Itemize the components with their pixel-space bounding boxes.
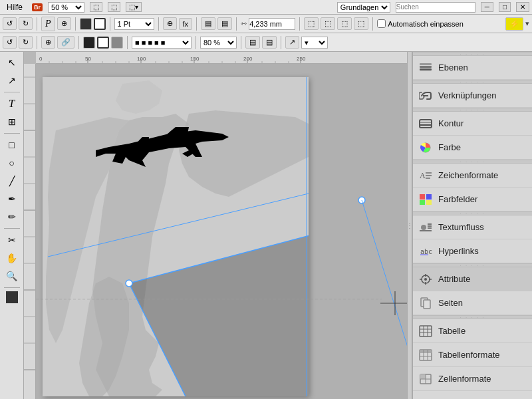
br-badge[interactable]: Br (32, 3, 43, 11)
panel-item-verknuepfungen[interactable]: Verknüpfungen (413, 84, 532, 108)
measure-input[interactable] (249, 18, 295, 30)
zoom-tool[interactable]: ⊕ (163, 17, 177, 30)
panel-item-farbe[interactable]: Farbe (413, 136, 532, 160)
text-align-r[interactable]: ▤ (262, 36, 277, 49)
panel-item-tabellenformate[interactable]: Tabellenformate (413, 343, 532, 367)
search-input[interactable] (396, 2, 475, 13)
transform-btn2[interactable]: ⬚ (321, 17, 335, 30)
tool-hand[interactable]: ⊕ (57, 17, 71, 30)
stroke-width-select[interactable]: 1 Pt 2 Pt (114, 18, 154, 30)
arrow-tool[interactable]: ↗ (285, 36, 299, 49)
tool-hand[interactable]: ✋ (3, 250, 21, 266)
text-wrap-icon (418, 220, 433, 235)
minimize-button[interactable]: ─ (481, 2, 493, 12)
mode-btn-3[interactable]: ⬚▾ (126, 2, 142, 12)
panel-label-zeichenformate: Zeichenformate (438, 170, 498, 180)
panel-label-ebenen: Ebenen (438, 63, 468, 72)
stroke-swatch2[interactable] (97, 37, 109, 49)
canvas-area[interactable]: 0 50 100 150 200 250 (24, 52, 407, 399)
tool-line[interactable]: ╱ (3, 173, 21, 189)
mode-btn-1[interactable]: ⬚ (90, 2, 102, 12)
panel-label-textumfluss: Textumfluss (438, 222, 484, 232)
text-align-l[interactable]: ▤ (245, 36, 260, 49)
scale-select[interactable]: 80 % 100 % (200, 37, 237, 49)
undo-button[interactable]: ↺ (3, 17, 17, 30)
tool-select[interactable]: ↖ (3, 55, 21, 70)
mode-btn-2[interactable]: ⬚ (108, 2, 120, 12)
swatch-extra[interactable] (111, 37, 123, 49)
transform-btn1[interactable]: ⬚ (304, 17, 319, 30)
svg-rect-56 (420, 68, 432, 70)
panel-label-tabelle: Tabelle (438, 326, 466, 336)
panel-item-ebenen[interactable]: Ebenen (413, 56, 532, 80)
panel-collapse-handle[interactable] (407, 52, 412, 399)
tool-pencil[interactable]: ✏ (3, 209, 21, 225)
sep2-3 (127, 36, 128, 49)
panel-item-attribute[interactable]: Attribute (413, 267, 532, 291)
toolbar-row-1: ↺ ↻ P ⊕ 1 Pt 2 Pt ⊕ fx ▤ ▤ ⇿ ⬚ ⬚ ⬚ ⬚ Aut… (0, 15, 532, 33)
sep2-5 (241, 36, 241, 49)
transform-btn4[interactable]: ⬚ (354, 17, 368, 30)
hyperlinks-icon: abc (418, 244, 433, 259)
tool-zoom[interactable]: 🔍 (3, 268, 21, 284)
tool-fill[interactable] (6, 291, 18, 303)
tool-r3[interactable]: ⊕ (41, 36, 55, 49)
stroke-color[interactable] (94, 18, 106, 30)
tool-table[interactable]: ⊞ (3, 114, 21, 130)
formula-btn[interactable]: fx (179, 18, 193, 30)
svg-rect-68 (420, 194, 425, 200)
tool-r1[interactable]: ↺ (3, 36, 17, 49)
tool-text[interactable]: T (3, 96, 21, 112)
panel-item-seiten[interactable]: Seiten (413, 291, 532, 315)
panel-item-farbfelder[interactable]: Farbfelder (413, 188, 532, 211)
tool-r4[interactable]: 🔗 (57, 36, 74, 49)
auto-fit-checkbox[interactable] (377, 19, 386, 28)
svg-text:100: 100 (137, 56, 146, 62)
close-button[interactable]: ✕ (516, 2, 529, 12)
zoom-select[interactable]: 50 % 75 % 100 % (48, 2, 84, 13)
sep4 (158, 17, 159, 31)
svg-rect-93 (420, 350, 432, 353)
color-select[interactable]: ■ ■ ■ ■ ■ (132, 37, 192, 49)
stroke-icon (418, 116, 433, 131)
panel-label-farbfelder: Farbfelder (438, 194, 477, 204)
sep1 (37, 17, 37, 31)
panel-label-attribute: Attribute (438, 274, 470, 284)
tool-direct-select[interactable]: ↗ (3, 72, 21, 88)
maximize-button[interactable]: □ (499, 2, 511, 12)
toolbar-row-2: ↺ ↻ ⊕ 🔗 ■ ■ ■ ■ ■ 80 % 100 % ▤ ▤ ↗ ▾ (0, 33, 532, 52)
sep2-2 (78, 36, 79, 49)
tool-pen[interactable]: ✒ (3, 191, 21, 207)
tool-r2[interactable]: ↻ (19, 36, 33, 49)
panel-item-hyperlinks[interactable]: abc Hyperlinks (413, 239, 532, 263)
panel-item-kontur[interactable]: Kontur (413, 112, 532, 136)
measure-icon: ⇿ (241, 19, 247, 28)
fill-swatch[interactable] (83, 37, 95, 49)
lightning-button[interactable]: ⚡ (505, 17, 523, 31)
tool-ellipse[interactable]: ○ (3, 155, 21, 171)
align-left[interactable]: ▤ (201, 17, 215, 30)
tool-sep-2 (4, 133, 20, 134)
workspace-select[interactable]: Grundlagen (337, 2, 390, 13)
canvas-content[interactable] (36, 64, 407, 399)
tool-p[interactable]: P (41, 17, 55, 31)
panel-item-zeichenformate[interactable]: A Zeichenformate (413, 164, 532, 188)
redo-button[interactable]: ↻ (19, 17, 33, 30)
tool-scissors[interactable]: ✂ (3, 232, 21, 248)
svg-text:A: A (420, 171, 426, 180)
menu-hilfe[interactable]: Hilfe (3, 1, 27, 13)
panel-item-zellenformate[interactable]: Zellenformate (413, 367, 532, 391)
transform-btn3[interactable]: ⬚ (337, 17, 352, 30)
svg-point-42 (126, 280, 132, 287)
color-icon (418, 140, 433, 155)
tool-rect[interactable]: □ (3, 137, 21, 153)
panel-item-tabelle[interactable]: Tabelle (413, 319, 532, 343)
arrow-select[interactable]: ▾ (301, 37, 328, 49)
links-icon (418, 88, 433, 103)
panel-item-textumfluss[interactable]: Textumfluss (413, 215, 532, 239)
svg-point-50 (358, 197, 365, 203)
svg-rect-0 (36, 52, 407, 64)
sep6 (236, 17, 237, 31)
fill-color[interactable] (80, 18, 92, 30)
align-center[interactable]: ▤ (217, 17, 232, 30)
